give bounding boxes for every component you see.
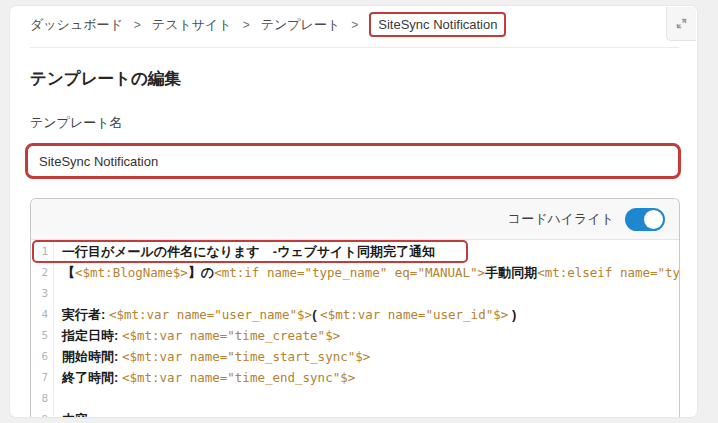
expand-diagonal-icon bbox=[675, 17, 688, 30]
code-token-tag: <$mt:var name="user_name"$> bbox=[109, 307, 312, 322]
code-line-content: 指定日時: <$mt:var name="time_create"$> bbox=[54, 325, 340, 346]
code-line-content bbox=[54, 388, 62, 409]
line-number: 6 bbox=[31, 346, 54, 367]
code-token-text: 【 bbox=[62, 265, 75, 280]
code-editor-header: コードハイライト bbox=[31, 199, 679, 240]
code-line-content: 終了時間: <$mt:var name="time_end_sync"$> bbox=[54, 367, 355, 388]
breadcrumb: ダッシュボード>テストサイト>テンプレート>SiteSync Notificat… bbox=[30, 6, 506, 43]
code-line-content: 内容: bbox=[54, 409, 92, 417]
code-line-content bbox=[54, 283, 62, 304]
page-title: テンプレートの編集 bbox=[30, 68, 697, 90]
code-line-content: 実行者: <$mt:var name="user_name"$>( <$mt:v… bbox=[54, 304, 516, 325]
code-line-5[interactable]: 5指定日時: <$mt:var name="time_create"$> bbox=[31, 325, 679, 346]
code-line-1[interactable]: 1一行目がメールの件名になります -ウェブサイト同期完了通知 bbox=[31, 241, 679, 262]
code-line-7[interactable]: 7終了時間: <$mt:var name="time_end_sync"$> bbox=[31, 367, 679, 388]
line-number: 9 bbox=[31, 409, 54, 417]
template-name-label: テンプレート名 bbox=[30, 114, 697, 132]
template-name-annotation-box bbox=[25, 143, 681, 179]
breadcrumb-separator: > bbox=[243, 18, 250, 32]
code-token-text: ( bbox=[312, 307, 320, 322]
code-line-content: 開始時間: <$mt:var name="time_start_sync"$> bbox=[54, 346, 370, 367]
line-number: 8 bbox=[31, 388, 54, 409]
code-line-content: 一行目がメールの件名になります -ウェブサイト同期完了通知 bbox=[54, 241, 435, 262]
code-line-2[interactable]: 2【<$mt:BlogName$>】の<mt:if name="type_nam… bbox=[31, 262, 679, 283]
code-token-tag: <$mt:var name="time_start_sync"$> bbox=[122, 349, 370, 364]
code-token-text: 終了時間: bbox=[62, 370, 122, 385]
code-highlight-label: コードハイライト bbox=[508, 210, 614, 228]
expand-button[interactable] bbox=[666, 7, 696, 41]
breadcrumb-link[interactable]: ダッシュボード bbox=[30, 16, 123, 34]
code-token-text: 内容: bbox=[62, 412, 92, 417]
line-number: 5 bbox=[31, 325, 54, 346]
code-token-tag: <mt:elseif name="type_name" eq=" bbox=[537, 265, 679, 280]
code-editor-content[interactable]: 1一行目がメールの件名になります -ウェブサイト同期完了通知2【<$mt:Blo… bbox=[31, 240, 679, 417]
line-number: 2 bbox=[31, 262, 54, 283]
code-token-text: ) bbox=[508, 307, 516, 322]
code-token-tag: <mt:if name="type_name" eq="MANUAL"> bbox=[214, 265, 485, 280]
breadcrumb-divider bbox=[30, 47, 679, 48]
code-token-tag: <$mt:BlogName$> bbox=[75, 265, 188, 280]
code-editor-panel: コードハイライト 1一行目がメールの件名になります -ウェブサイト同期完了通知2… bbox=[30, 198, 680, 417]
line-number: 4 bbox=[31, 304, 54, 325]
code-line-6[interactable]: 6開始時間: <$mt:var name="time_start_sync"$> bbox=[31, 346, 679, 367]
line-number: 1 bbox=[31, 241, 54, 262]
breadcrumb-separator: > bbox=[351, 18, 358, 32]
code-line-content: 【<$mt:BlogName$>】の<mt:if name="type_name… bbox=[54, 262, 679, 283]
breadcrumb-link[interactable]: テンプレート bbox=[261, 16, 341, 34]
code-line-4[interactable]: 4実行者: <$mt:var name="user_name"$>( <$mt:… bbox=[31, 304, 679, 325]
code-token-text: 指定日時: bbox=[62, 328, 122, 343]
template-edit-card: ダッシュボード>テストサイト>テンプレート>SiteSync Notificat… bbox=[10, 6, 697, 417]
breadcrumb-link[interactable]: テストサイト bbox=[152, 16, 232, 34]
code-line-3[interactable]: 3 bbox=[31, 283, 679, 304]
page: { "breadcrumb": { "separator": ">", "ite… bbox=[0, 0, 718, 423]
code-highlight-toggle[interactable] bbox=[625, 208, 665, 231]
line-number: 3 bbox=[31, 283, 54, 304]
code-token-text: 開始時間: bbox=[62, 349, 122, 364]
breadcrumb-current-item: SiteSync Notification bbox=[369, 12, 506, 37]
code-token-text: 実行者: bbox=[62, 307, 109, 322]
code-line-8[interactable]: 8 bbox=[31, 388, 679, 409]
code-line-9[interactable]: 9内容: bbox=[31, 409, 679, 417]
code-token-tag: <$mt:var name="time_create"$> bbox=[122, 328, 340, 343]
breadcrumb-bar: ダッシュボード>テストサイト>テンプレート>SiteSync Notificat… bbox=[10, 6, 697, 43]
template-name-input[interactable] bbox=[28, 146, 678, 176]
code-token-text: 一行目がメールの件名になります -ウェブサイト同期完了通知 bbox=[62, 244, 435, 259]
breadcrumb-separator: > bbox=[134, 18, 141, 32]
toggle-knob-icon bbox=[644, 210, 663, 229]
code-token-text: 手動同期 bbox=[485, 265, 537, 280]
code-token-text: 】の bbox=[188, 265, 214, 280]
code-token-tag: <$mt:var name="time_end_sync"$> bbox=[122, 370, 355, 385]
line-number: 7 bbox=[31, 367, 54, 388]
code-token-tag: <$mt:var name="user_id"$> bbox=[320, 307, 508, 322]
